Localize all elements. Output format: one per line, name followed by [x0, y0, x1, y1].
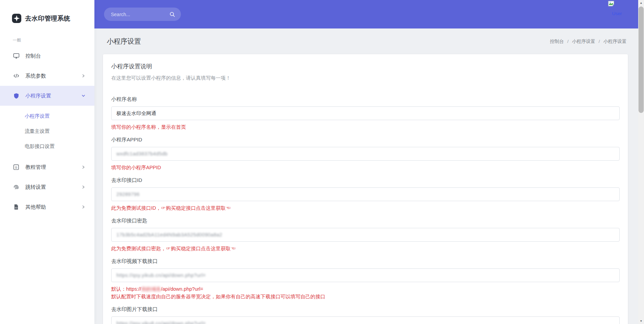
- field-label: 去水印视频下载接口: [111, 257, 620, 265]
- file-code-icon: [12, 203, 20, 211]
- field-label: 去水印接口ID: [111, 176, 620, 184]
- scrollbar-down-arrow[interactable]: ▼: [638, 318, 644, 324]
- buy-stable-api-link[interactable]: ☞购买稳定接口点击这里获取☜: [161, 205, 231, 211]
- video-download-api-input[interactable]: https://qsy.yikub.cn/api/down.php?url=: [111, 268, 620, 282]
- field-label: 去水印图片下载接口: [111, 305, 620, 313]
- sidebar-item-system-params[interactable]: 系统参数: [0, 66, 94, 86]
- field-helper-text: 默认：https://你的域名/api/down.php?url=: [111, 285, 620, 293]
- code-icon: [12, 72, 20, 80]
- broken-image-icon: [608, 1, 616, 7]
- main-content: 小程序设置 控制台 / 小程序设置 / 小程序设置 小程序设置说明 在这里您可以…: [94, 28, 638, 324]
- search-input[interactable]: [111, 12, 166, 17]
- monitor-icon: [12, 52, 20, 60]
- watermark-api-id-input[interactable]: 29289796: [111, 187, 620, 201]
- sparkle-badge-icon: [12, 14, 21, 23]
- field-image-download-api: 去水印图片下载接口 https://qsy.yiku8.cn/api/down.…: [111, 305, 620, 324]
- submenu-item-miniprogram-settings[interactable]: 小程序设置: [0, 108, 94, 124]
- search-icon[interactable]: [169, 11, 175, 18]
- user-avatar-alt-text: User: [612, 11, 633, 16]
- censored-value: https://qsy.yikub.cn/api/down.php?url=: [116, 273, 206, 278]
- breadcrumb-current-page: 小程序设置: [603, 38, 627, 45]
- scrollbar-up-arrow[interactable]: ▲: [638, 0, 644, 6]
- field-label: 去水印接口密匙: [111, 217, 620, 224]
- user-avatar[interactable]: User: [608, 1, 633, 16]
- field-helper-text-2: 默认配置时下载速度由自己的服务器带宽决定，如果你有自己的高速下载接口可以填写自己…: [111, 293, 620, 300]
- content-header: 小程序设置 控制台 / 小程序设置 / 小程序设置: [94, 28, 638, 54]
- app-title: 去水印管理系统: [25, 14, 70, 23]
- miniprogram-submenu: 小程序设置 流量主设置 电影接口设置: [0, 106, 94, 157]
- sidebar: 去水印管理系统 一般 控制台 系统参数: [0, 0, 94, 324]
- page-scrollbar[interactable]: ▲ ▼: [638, 0, 644, 324]
- miniprogram-appid-input[interactable]: wxdfc1ad3837b4d5db: [111, 147, 620, 161]
- field-watermark-api-secret: 去水印接口密匙 17b3b5c4ad2bA11ed4N9ab3A525d0090…: [111, 217, 620, 252]
- field-helper-text: 填写你的小程序APPID: [111, 164, 620, 171]
- card-title: 小程序设置说明: [111, 62, 620, 70]
- field-helper-text: 此为免费测试接口ID，☞购买稳定接口点击这里获取☜: [111, 204, 620, 212]
- page-title: 小程序设置: [107, 37, 141, 46]
- scrollbar-thumb[interactable]: [639, 7, 644, 113]
- buy-stable-api-link[interactable]: ☞购买稳定接口点击这里获取☜: [166, 246, 236, 251]
- breadcrumb: 控制台 / 小程序设置 / 小程序设置: [550, 38, 626, 45]
- sidebar-item-console[interactable]: 控制台: [0, 46, 94, 66]
- field-video-download-api: 去水印视频下载接口 https://qsy.yikub.cn/api/down.…: [111, 257, 620, 300]
- topbar: User: [94, 0, 638, 28]
- sidebar-item-redirect-settings[interactable]: 跳转设置: [0, 177, 94, 197]
- field-label: 小程序名称: [111, 95, 620, 103]
- settings-card: 小程序设置说明 在这里您可以设置小程序的信息，请认真填写每一项！ 小程序名称 极…: [103, 54, 628, 324]
- field-watermark-api-id: 去水印接口ID 29289796 此为免费测试接口ID，☞购买稳定接口点击这里获…: [111, 176, 620, 212]
- fingerprint-icon: [12, 183, 20, 191]
- app-logo: 去水印管理系统: [0, 0, 94, 23]
- field-miniprogram-appid: 小程序APPID wxdfc1ad3837b4d5db 填写你的小程序APPID: [111, 136, 620, 171]
- censored-domain: 你的域名: [141, 286, 161, 292]
- censored-value: 17b3b5c4ad2bA11ed4N9ab3A525d0090a8a2: [116, 232, 222, 238]
- sidebar-nav: 控制台 系统参数 小程序设置: [0, 46, 94, 217]
- shield-icon: [12, 92, 20, 100]
- field-label: 小程序APPID: [111, 136, 620, 143]
- image-download-api-input[interactable]: https://qsy.yiku8.cn/api/down.php?url=: [111, 316, 620, 324]
- dollar-square-icon: S: [12, 163, 20, 171]
- svg-text:S: S: [15, 165, 17, 169]
- sidebar-item-miniprogram-settings[interactable]: 小程序设置: [0, 86, 94, 106]
- field-helper-text: 此为免费测试接口密匙，☞购买稳定接口点击这里获取☜: [111, 245, 620, 252]
- chevron-right-icon: [81, 185, 85, 189]
- search-box: [104, 8, 181, 21]
- watermark-api-secret-input[interactable]: 17b3b5c4ad2bA11ed4N9ab3A525d0090a8a2: [111, 228, 620, 242]
- chevron-down-icon: [81, 94, 85, 98]
- card-subtitle: 在这里您可以设置小程序的信息，请认真填写每一项！: [111, 75, 620, 81]
- field-miniprogram-name: 小程序名称 极速去水印全网通 填写你的小程序名称，显示在首页: [111, 95, 620, 131]
- chevron-right-icon: [81, 165, 85, 169]
- submenu-item-traffic-settings[interactable]: 流量主设置: [0, 124, 94, 139]
- nav-section-label: 一般: [13, 37, 94, 43]
- breadcrumb-separator: /: [599, 39, 600, 44]
- field-helper-text: 填写你的小程序名称，显示在首页: [111, 123, 620, 131]
- chevron-right-icon: [81, 205, 85, 209]
- sidebar-item-other-help[interactable]: 其他帮助: [0, 197, 94, 217]
- breadcrumb-separator: /: [567, 39, 568, 44]
- censored-value: https://qsy.yiku8.cn/api/down.php?url=: [116, 321, 206, 324]
- submenu-item-movie-api-settings[interactable]: 电影接口设置: [0, 139, 94, 154]
- censored-value: 29289796: [116, 192, 140, 197]
- chevron-right-icon: [81, 74, 85, 78]
- sidebar-item-tutorial[interactable]: S 教程管理: [0, 157, 94, 177]
- miniprogram-name-input[interactable]: 极速去水印全网通: [111, 106, 620, 120]
- app-root: 去水印管理系统 一般 控制台 系统参数: [0, 0, 644, 324]
- censored-value: wxdfc1ad3837b4d5db: [116, 151, 168, 157]
- breadcrumb-miniprogram-settings[interactable]: 小程序设置: [572, 38, 595, 45]
- breadcrumb-console[interactable]: 控制台: [550, 38, 564, 45]
